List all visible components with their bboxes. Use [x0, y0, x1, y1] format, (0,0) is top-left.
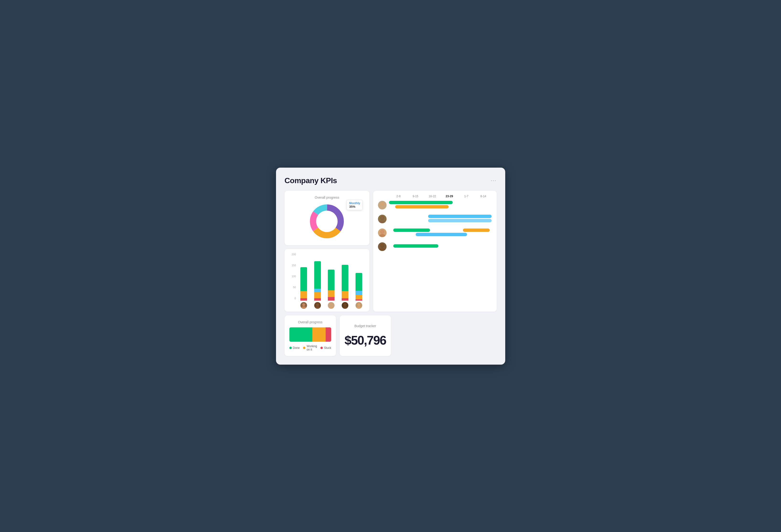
avatar: [328, 302, 334, 309]
gantt-col-5: 1-7: [458, 195, 475, 198]
overall-progress-card: Overall progress Done Working on it: [285, 316, 336, 356]
svg-point-24: [342, 306, 347, 309]
y-label: 200: [288, 253, 296, 256]
gantt-row: [378, 214, 492, 224]
gantt-col-3: 16-22: [424, 195, 441, 198]
gantt-bar: [395, 205, 449, 208]
gantt-card: 2-8 9-15 16-22 23-29 1-7 8-14: [373, 191, 496, 312]
dashboard-header: Company KPIs ···: [285, 176, 497, 185]
bar-segment: [342, 291, 348, 298]
bottom-section: Overall progress Done Working on it: [285, 316, 497, 356]
bar-group: [297, 267, 311, 301]
donut-card-title: Overall progress: [315, 196, 339, 199]
overall-progress-title: Overall progress: [289, 320, 331, 324]
gantt-bar: [428, 219, 492, 222]
bar-stack: [356, 273, 362, 301]
gantt-spacer: [395, 316, 497, 356]
bar-segment: [356, 295, 362, 299]
y-label: 50: [288, 286, 296, 289]
bar-chart-card: 200 150 100 50 0: [285, 249, 370, 312]
svg-point-12: [379, 234, 385, 237]
gantt-bar: [393, 229, 430, 232]
donut-tooltip: Monthly 35%: [346, 200, 363, 210]
gantt-bars: [389, 242, 492, 251]
gantt-bars: [389, 228, 492, 238]
bar-x-label: [297, 302, 311, 309]
bar-x-label: [352, 302, 366, 309]
bar-segment: [314, 298, 321, 301]
progress-stuck: [326, 327, 331, 342]
gantt-rows: [378, 200, 492, 251]
budget-amount: $50,796: [344, 333, 386, 347]
avatar: [378, 201, 386, 209]
gantt-bar: [416, 233, 467, 236]
bar-stack: [328, 270, 334, 301]
legend-dot-done: [289, 347, 292, 349]
bar-x-label: [325, 302, 338, 309]
bar-segment: [342, 265, 348, 291]
bar-x-label: [338, 302, 352, 309]
svg-point-6: [379, 206, 385, 209]
gantt-bar: [389, 201, 453, 204]
bar-x-label: [311, 302, 325, 309]
donut-svg: [308, 202, 346, 240]
svg-point-20: [315, 306, 320, 309]
bar-segment: [314, 261, 321, 289]
svg-point-25: [358, 303, 360, 306]
bar-group: [325, 270, 338, 301]
avatar: [300, 302, 307, 309]
gantt-bars: [389, 200, 492, 210]
legend-label-done: Done: [293, 346, 300, 350]
bar-x-labels: [288, 302, 366, 309]
y-label: 150: [288, 264, 296, 267]
bottom-cards: Overall progress Done Working on it: [285, 316, 391, 356]
bar-chart-yaxis: 200 150 100 50 0: [288, 253, 296, 301]
tooltip-label: Monthly: [349, 202, 360, 205]
bar-segment: [328, 297, 334, 301]
svg-point-22: [329, 306, 334, 309]
avatar: [356, 302, 362, 309]
page-title: Company KPIs: [285, 176, 337, 185]
dashboard: Company KPIs ··· Overall progress Monthl…: [276, 168, 505, 365]
donut-card: Overall progress Monthly 35%: [285, 191, 370, 245]
svg-point-7: [381, 203, 384, 206]
bar-segment: [328, 270, 334, 290]
bar-segment: [314, 289, 321, 292]
more-options-button[interactable]: ···: [491, 177, 496, 183]
svg-point-15: [379, 248, 385, 251]
bar-segment: [328, 290, 334, 297]
bar-segment: [356, 299, 362, 301]
tooltip-pct: 35%: [349, 205, 360, 208]
svg-point-21: [330, 303, 333, 306]
gantt-row: [378, 242, 492, 251]
bar-segment: [356, 291, 362, 295]
svg-point-10: [381, 216, 384, 220]
bar-segment: [356, 273, 362, 291]
legend-item-working: Working on it: [303, 344, 317, 351]
bar-stack: [342, 265, 348, 301]
svg-point-23: [343, 303, 346, 306]
bar-segment: [300, 291, 307, 298]
bar-group: [311, 261, 325, 301]
svg-point-9: [379, 220, 385, 223]
legend-label-working: Working on it: [306, 344, 317, 351]
bar-group: [338, 265, 352, 301]
gantt-header: 2-8 9-15 16-22 23-29 1-7 8-14: [378, 195, 492, 198]
budget-title: Budget tracker: [354, 324, 376, 328]
avatar: [378, 242, 386, 251]
bar-group: [352, 273, 366, 301]
bar-segment: [300, 298, 307, 301]
donut-chart: Monthly 35%: [308, 202, 346, 240]
svg-point-16: [381, 244, 384, 247]
gantt-bar: [463, 229, 490, 232]
svg-point-4: [318, 213, 335, 230]
bar-segment: [342, 298, 348, 301]
svg-point-26: [356, 306, 362, 309]
bar-segment: [314, 292, 321, 298]
legend: Done Working on it Stuck: [289, 344, 331, 351]
progress-bar: [289, 327, 331, 342]
gantt-bar: [428, 215, 492, 218]
legend-item-stuck: Stuck: [320, 344, 331, 351]
gantt-bar: [393, 244, 438, 248]
svg-point-18: [301, 306, 306, 309]
